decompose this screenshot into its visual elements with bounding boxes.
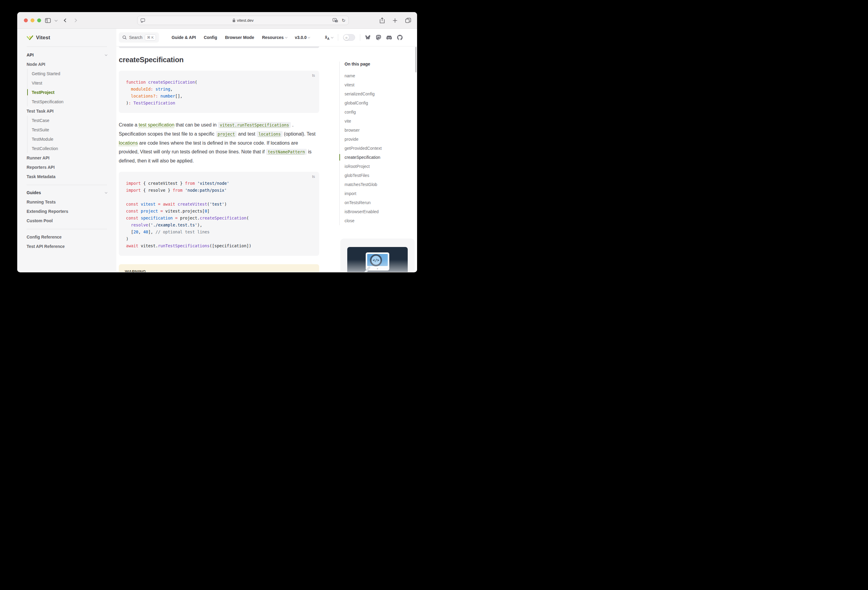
toc-item-globalconfig[interactable]: globalConfig (344, 99, 414, 107)
toc-item-close[interactable]: close (344, 216, 414, 225)
nav-link-v3-0-0[interactable]: v3.0.0 (295, 35, 310, 40)
sidebar-nested-group: Getting StartedVitestTestProjectTestSpec… (27, 69, 107, 106)
sidebar-item-extending-reporters[interactable]: Extending Reporters (27, 206, 107, 216)
code-line: moduleId: string, (126, 86, 312, 93)
minimize-window-button[interactable] (31, 18, 34, 22)
reload-icon[interactable]: ↻ (341, 18, 345, 23)
code-lang-tag: ts (312, 175, 315, 179)
theme-toggle[interactable]: ☼ (343, 34, 355, 41)
code-search-illustration: </> (347, 247, 408, 272)
code-line: locations?: number[], (126, 93, 312, 100)
site-logo-label: Vitest (36, 35, 50, 41)
toc-item-vite[interactable]: vite (344, 116, 414, 126)
nav-link-guide-api[interactable]: Guide & API (172, 35, 196, 40)
sidebar-group: Config ReferenceTest API Reference (27, 229, 107, 255)
sidebar-item-task-metadata[interactable]: Task Metadata (27, 172, 107, 181)
chevron-down-icon (308, 36, 310, 38)
nav-link-browser-mode[interactable]: Browser Mode (225, 35, 254, 40)
github-icon[interactable] (397, 35, 403, 40)
sidebar-item-custom-pool[interactable]: Custom Pool (27, 216, 107, 225)
code-line: ): TestSpecification (126, 100, 312, 107)
sidebar-item-testspecification[interactable]: TestSpecification (32, 97, 107, 106)
toc-item-vitest[interactable]: vitest (344, 80, 414, 89)
new-tab-icon[interactable] (393, 18, 397, 23)
link-testnamepattern[interactable]: testNamePattern (266, 149, 307, 155)
mastodon-icon[interactable] (376, 35, 381, 40)
translate-icon[interactable]: A文 (332, 18, 338, 23)
link-project[interactable]: project (216, 131, 237, 137)
link-locations[interactable]: locations (119, 140, 138, 146)
sidebar-nested-group: TestCaseTestSuiteTestModuleTestCollectio… (27, 116, 107, 153)
divider (360, 34, 360, 41)
search-button[interactable]: Search ⌘ K (119, 32, 159, 43)
code-line: await vitest.runTestSpecifications([spec… (126, 243, 312, 249)
sidebar-item-test-api-reference[interactable]: Test API Reference (27, 241, 107, 251)
bluesky-icon[interactable] (365, 35, 371, 40)
sidebar-item-reporters-api[interactable]: Reporters API (27, 162, 107, 172)
link-locations[interactable]: locations (257, 131, 283, 137)
toc-item-getprovidedcontext[interactable]: getProvidedContext (344, 144, 414, 153)
toc-item-name[interactable]: name (344, 71, 414, 80)
share-icon[interactable] (379, 18, 385, 24)
link-vitest-runtestspecifications[interactable]: vitest.runTestSpecifications (218, 122, 291, 128)
code-line: const vitest = await createVitest('test'… (126, 201, 312, 208)
discord-icon[interactable] (386, 35, 392, 40)
code-line: [20, 40], // optional test lines (126, 228, 312, 235)
url-text: vitest.dev (237, 18, 254, 23)
toc-item-matchestestglob[interactable]: matchesTestGlob (344, 180, 414, 189)
sidebar-item-testsuite[interactable]: TestSuite (32, 125, 107, 134)
sidebar-group-header-api[interactable]: API (27, 50, 107, 59)
tab-overview-icon[interactable] (405, 18, 411, 23)
top-nav: Guide & APIConfigBrowser ModeResourcesv3… (172, 35, 310, 40)
toc-item-createspecification[interactable]: createSpecification (344, 153, 414, 162)
code-line: ) (126, 235, 312, 243)
sidebar-item-vitest[interactable]: Vitest (32, 78, 107, 88)
sidebar-group: APINode APIGetting StartedVitestTestProj… (27, 47, 107, 185)
search-icon (123, 35, 127, 40)
address-bar[interactable]: vitest.dev A文 ↻ (137, 16, 349, 25)
sidebar-toggle-icon[interactable] (45, 18, 51, 23)
chevron-down-icon (331, 36, 334, 38)
lock-icon (232, 18, 235, 22)
sidebar-item-testcase[interactable]: TestCase (32, 116, 107, 125)
toc-item-isrootproject[interactable]: isRootProject (344, 162, 414, 171)
sidebar-item-running-tests[interactable]: Running Tests (27, 197, 107, 206)
sidebar-item-testcollection[interactable]: TestCollection (32, 144, 107, 153)
nav-link-resources[interactable]: Resources (262, 35, 287, 40)
browser-toolbar: vitest.dev A文 ↻ (17, 12, 417, 29)
site-logo[interactable]: Vitest (27, 29, 107, 47)
nav-link-config[interactable]: Config (204, 35, 217, 40)
sidebar-item-test-task-api[interactable]: Test Task API (27, 106, 107, 116)
toc-item-provide[interactable]: provide (344, 135, 414, 144)
link-test-specification[interactable]: test specification (139, 122, 174, 127)
close-window-button[interactable] (24, 18, 28, 22)
page-scrollbar[interactable] (415, 47, 416, 72)
code-lang-tag: ts (312, 74, 315, 78)
back-button[interactable] (64, 18, 68, 22)
sponsor-ad-card[interactable]: </> (340, 238, 415, 272)
toc-item-globtestfiles[interactable]: globTestFiles (344, 171, 414, 180)
translate-languages-icon: x̄A (325, 35, 329, 40)
toc-item-serializedconfig[interactable]: serializedConfig (344, 89, 414, 99)
toc-item-isbrowserenabled[interactable]: isBrowserEnabled (344, 207, 414, 216)
sidebar-item-testproject[interactable]: TestProject (32, 88, 107, 97)
sidebar-item-config-reference[interactable]: Config Reference (27, 232, 107, 241)
sidebar-item-node-api[interactable]: Node API (27, 59, 107, 69)
toc-item-browser[interactable]: browser (344, 126, 414, 135)
sidebar-item-testmodule[interactable]: TestModule (32, 134, 107, 144)
language-menu[interactable]: x̄A (325, 35, 333, 40)
toc-item-import[interactable]: import (344, 189, 414, 198)
code-block-example: ts import { createVitest } from 'vitest/… (119, 172, 319, 256)
warning-title: WARNING (125, 269, 313, 272)
sidebar-menu-chevron-icon[interactable] (55, 18, 58, 21)
sidebar-group-header-guides[interactable]: Guides (27, 188, 107, 197)
code-line: resolve('./example.test.ts'), (126, 222, 312, 228)
sidebar-item-runner-api[interactable]: Runner API (27, 153, 107, 162)
toc-item-config[interactable]: config (344, 107, 414, 116)
toc-item-ontestsrerun[interactable]: onTestsRerun (344, 198, 414, 207)
zoom-window-button[interactable] (37, 18, 41, 22)
search-shortcut: ⌘ K (145, 34, 156, 40)
toc-title: On this page (344, 62, 414, 66)
sidebar-item-getting-started[interactable]: Getting Started (32, 69, 107, 78)
clipped-code-block (119, 47, 319, 48)
